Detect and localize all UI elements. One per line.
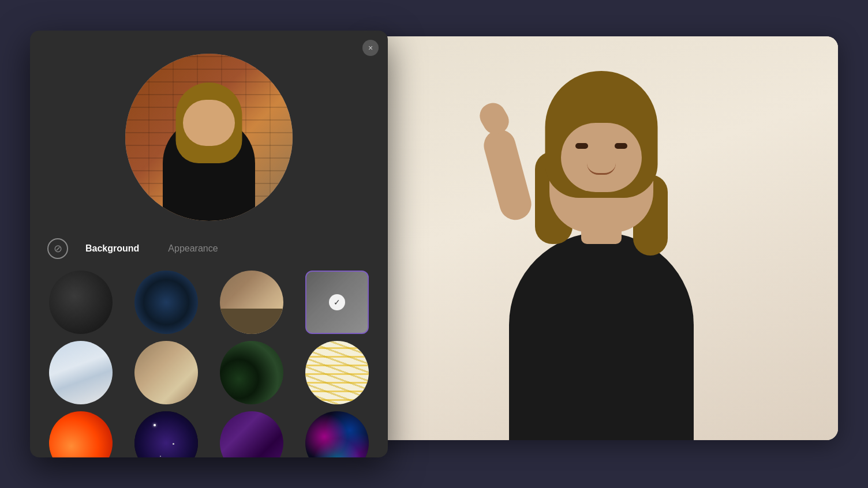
bg-cell-5 <box>42 341 120 404</box>
bg-cell-7 <box>212 341 291 404</box>
bg-cell-8 <box>298 341 376 404</box>
bg-cell-3 <box>212 271 291 334</box>
bg-cell-2 <box>127 271 205 334</box>
no-background-button[interactable]: ⊘ <box>47 238 68 259</box>
scene: × ⊘ Background <box>30 19 838 469</box>
bg-cell-1 <box>42 271 120 334</box>
modal: × ⊘ Background <box>30 31 388 457</box>
tabs-area: ⊘ Background Appearance <box>30 238 388 259</box>
bg-cell-12 <box>298 411 376 457</box>
tab-appearance-label: Appearance <box>168 243 218 253</box>
bg-cell-11 <box>212 411 291 457</box>
background-item-9[interactable] <box>49 411 113 457</box>
background-item-1[interactable] <box>49 271 113 334</box>
tab-appearance[interactable]: Appearance <box>156 239 229 258</box>
checkmark-icon: ✓ <box>329 294 345 310</box>
background-item-5[interactable] <box>49 341 113 404</box>
video-background <box>365 36 838 440</box>
preview-person <box>151 77 267 221</box>
bg-cell-4: ✓ <box>298 271 376 334</box>
background-item-10[interactable] <box>134 411 198 457</box>
no-bg-icon: ⊘ <box>54 242 62 255</box>
close-icon: × <box>368 43 373 52</box>
background-item-11[interactable] <box>220 411 283 457</box>
background-item-7[interactable] <box>220 341 283 404</box>
close-button[interactable]: × <box>362 40 379 56</box>
preview-circle <box>125 54 293 221</box>
background-item-6[interactable] <box>134 341 198 404</box>
bg-cell-10 <box>127 411 205 457</box>
bg-cell-9 <box>42 411 120 457</box>
background-item-4[interactable]: ✓ <box>305 271 369 334</box>
preview-area <box>30 31 388 238</box>
preview-face <box>183 100 235 146</box>
selected-overlay: ✓ <box>306 272 368 333</box>
video-panel <box>365 36 838 440</box>
tab-background[interactable]: Background <box>74 239 151 258</box>
background-item-3[interactable] <box>220 271 283 334</box>
tab-background-label: Background <box>85 243 139 253</box>
background-grid: ✓ <box>30 271 388 457</box>
background-item-2[interactable] <box>134 271 198 334</box>
background-item-8[interactable] <box>305 341 369 404</box>
background-item-12[interactable] <box>305 411 369 457</box>
bg-cell-6 <box>127 341 205 404</box>
